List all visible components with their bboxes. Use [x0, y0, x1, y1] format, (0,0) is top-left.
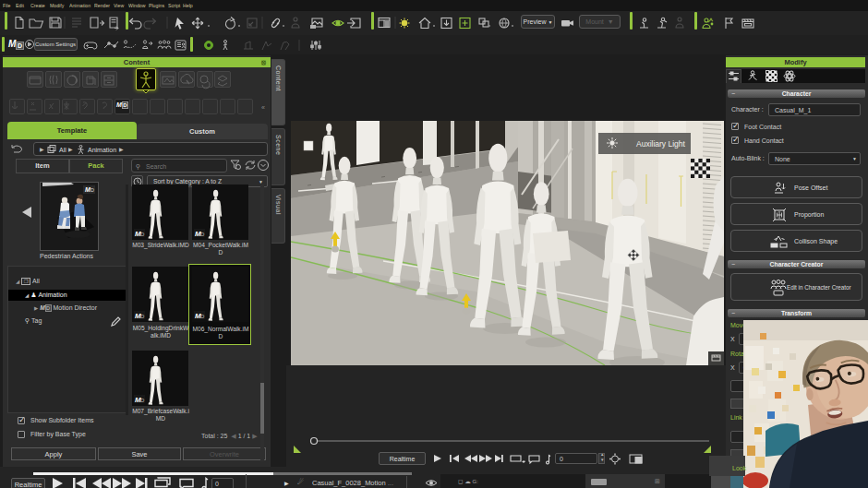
svg-text:Auxiliary Light: Auxiliary Light	[636, 139, 686, 149]
svg-text:D: D	[90, 187, 94, 193]
